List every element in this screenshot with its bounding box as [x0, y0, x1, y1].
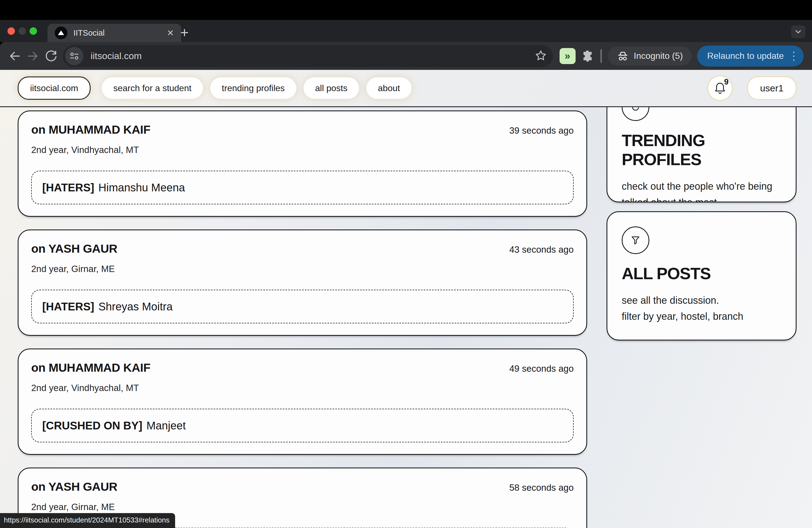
notifications-button[interactable]: 9 [707, 75, 733, 101]
post-meta: 2nd year, Vindhyachal, MT [31, 145, 574, 155]
notification-count-badge: 9 [724, 77, 729, 86]
site-header: iitsocial.com search for a student trend… [0, 70, 812, 107]
status-bar-url: https://iitsocial.com/student/2024MT1053… [0, 513, 175, 528]
post-relation-box[interactable]: [HATERS] Shreyas Moitra [31, 290, 574, 323]
tab-strip: IITSocial ✕ + [0, 20, 812, 42]
browser-tab[interactable]: IITSocial ✕ [47, 24, 181, 42]
browser-toolbar: iitsocial.com » Incognito (5) Relaunch t… [0, 42, 812, 70]
bookmark-star-icon[interactable] [535, 49, 547, 63]
incognito-badge[interactable]: Incognito (5) [608, 47, 692, 65]
nav-about[interactable]: about [366, 77, 411, 99]
browser-chrome: IITSocial ✕ + iitsocial.com [0, 0, 812, 70]
toolbar-divider [600, 49, 602, 63]
tab-title: IITSocial [73, 28, 105, 38]
post-timestamp: 43 seconds ago [509, 245, 574, 255]
post-meta: 2nd year, Girnar, ME [31, 264, 574, 274]
forward-button[interactable] [24, 47, 42, 65]
post-author-link[interactable]: on MUHAMMAD KAIF [31, 123, 150, 136]
trending-profiles-desc: check out the people who're being talked… [622, 178, 781, 202]
post-author-link[interactable]: on YASH GAUR [31, 242, 117, 255]
post-meta: 2nd year, Vindhyachal, MT [31, 383, 574, 393]
relation-tag: [CRUSHED ON BY] [42, 420, 142, 432]
all-posts-card[interactable]: ALL POSTS see all the discussion. filter… [607, 211, 797, 340]
page-body: iitsocial.com search for a student trend… [0, 70, 812, 528]
post-meta: 2nd year, Girnar, ME [31, 502, 574, 512]
kebab-menu-icon[interactable]: ⋮ [788, 53, 799, 59]
relaunch-to-update-button[interactable]: Relaunch to update ⋮ [697, 46, 804, 67]
reload-button[interactable] [42, 47, 60, 65]
post-timestamp: 39 seconds ago [509, 126, 574, 136]
filter-funnel-icon [622, 226, 649, 254]
url-text[interactable]: iitsocial.com [91, 50, 535, 61]
sidebar: TRENDING PROFILES check out the people w… [607, 107, 797, 340]
post-relation-box[interactable]: [CRUSHED ON BY] Manjeet [31, 409, 574, 442]
relation-tag: [HATERS] [42, 181, 94, 194]
incognito-icon [617, 50, 629, 62]
post-card: on MUHAMMAD KAIF 49 seconds ago 2nd year… [18, 349, 587, 455]
all-posts-desc: see all the discussion. filter by year, … [622, 292, 781, 324]
back-button[interactable] [5, 47, 24, 65]
extensions-puzzle-icon[interactable] [578, 47, 597, 65]
relation-name[interactable]: Manjeet [146, 420, 186, 432]
site-settings-icon[interactable] [65, 47, 83, 65]
post-timestamp: 49 seconds ago [509, 363, 574, 374]
nav-search-for-a-student[interactable]: search for a student [102, 77, 203, 99]
post-card: on YASH GAUR 43 seconds ago 2nd year, Gi… [18, 230, 587, 336]
all-posts-title: ALL POSTS [622, 264, 781, 283]
user-menu-button[interactable]: user1 [747, 76, 797, 100]
address-bar[interactable]: iitsocial.com [63, 45, 553, 67]
relation-name[interactable]: Shreyas Moitra [98, 300, 173, 313]
relaunch-label: Relaunch to update [707, 51, 784, 61]
relation-name[interactable]: Himanshu Meena [98, 181, 185, 194]
brand-pill[interactable]: iitsocial.com [18, 76, 91, 100]
post-card: on MUHAMMAD KAIF 39 seconds ago 2nd year… [18, 111, 587, 217]
window-chevron-button[interactable] [791, 25, 806, 38]
tab-close-icon[interactable]: ✕ [167, 29, 174, 37]
trending-profiles-card[interactable]: TRENDING PROFILES check out the people w… [607, 107, 797, 202]
site-favicon-icon [55, 27, 68, 39]
posts-feed: on MUHAMMAD KAIF 39 seconds ago 2nd year… [18, 111, 587, 528]
post-timestamp: 58 seconds ago [509, 482, 574, 493]
minimize-window-button[interactable] [18, 27, 26, 35]
new-tab-button[interactable]: + [177, 25, 192, 40]
incognito-label: Incognito (5) [634, 51, 683, 61]
traffic-lights [8, 27, 37, 35]
nav-trending-profiles[interactable]: trending profiles [210, 77, 296, 99]
extension-shortcut-icon[interactable]: » [560, 48, 576, 64]
trending-profiles-title: TRENDING PROFILES [622, 131, 781, 169]
refresh-icon [622, 107, 649, 121]
post-author-link[interactable]: on MUHAMMAD KAIF [31, 361, 150, 375]
nav-all-posts[interactable]: all posts [304, 77, 359, 99]
relation-tag: [HATERS] [42, 300, 94, 313]
macos-titlebar [0, 0, 812, 20]
zoom-window-button[interactable] [30, 27, 37, 35]
post-relation-box[interactable]: [HATERS] Himanshu Meena [31, 171, 574, 204]
close-window-button[interactable] [8, 27, 15, 35]
post-author-link[interactable]: on YASH GAUR [31, 480, 117, 494]
